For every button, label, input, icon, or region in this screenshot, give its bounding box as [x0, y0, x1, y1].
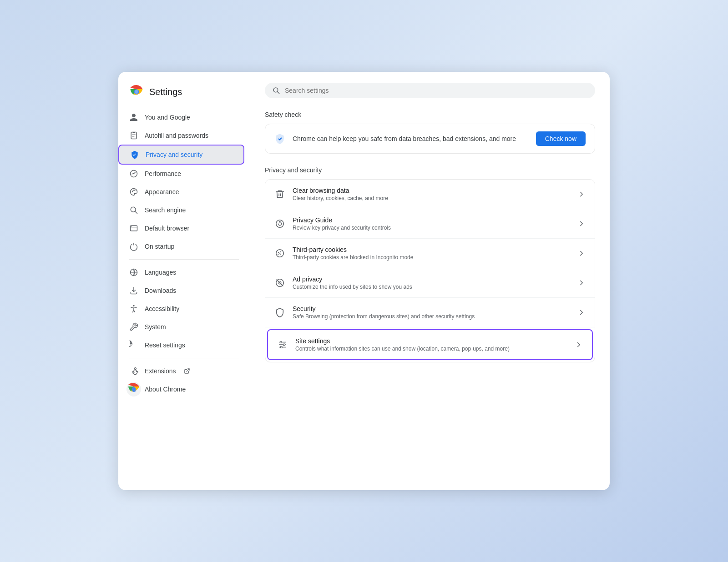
clear-browsing-data-subtitle: Clear history, cookies, cache, and more: [293, 195, 570, 201]
download-icon: [129, 286, 138, 295]
chevron-right-icon-3: [577, 279, 586, 287]
wrench-icon: [129, 322, 138, 331]
sidebar-nav-secondary: Languages Downloads Accessibility: [118, 263, 250, 354]
ad-privacy-item[interactable]: Ad privacy Customize the info used by si…: [265, 268, 595, 298]
svg-point-14: [133, 305, 134, 306]
sidebar-item-autofill[interactable]: Autofill and passwords: [118, 126, 246, 145]
sidebar-item-on-startup[interactable]: On startup: [118, 237, 246, 256]
about-chrome-icon: [129, 385, 138, 394]
third-party-cookies-title: Third-party cookies: [293, 246, 570, 253]
svg-rect-30: [280, 346, 282, 348]
circle-arrows-icon: [274, 218, 285, 229]
svg-point-9: [134, 190, 136, 191]
sidebar-label-you-and-google: You and Google: [145, 114, 190, 121]
svg-point-8: [133, 190, 134, 191]
search-icon: [272, 86, 280, 95]
svg-rect-4: [131, 132, 136, 139]
clear-browsing-data-item[interactable]: Clear browsing data Clear history, cooki…: [265, 180, 595, 209]
sidebar-item-search-engine[interactable]: Search engine: [118, 201, 246, 219]
svg-rect-28: [280, 341, 282, 343]
svg-point-7: [132, 191, 133, 192]
accessibility-icon: [129, 304, 138, 313]
svg-point-3: [135, 90, 138, 94]
clear-browsing-data-title: Clear browsing data: [293, 187, 570, 194]
svg-point-24: [280, 254, 281, 255]
chevron-right-icon-5: [575, 341, 583, 349]
sidebar-item-reset-settings[interactable]: Reset settings: [118, 336, 246, 354]
clipboard-icon: [129, 131, 138, 140]
privacy-guide-title: Privacy Guide: [293, 216, 570, 224]
sidebar-label-extensions: Extensions: [145, 367, 176, 375]
svg-point-22: [280, 251, 281, 252]
external-link-icon: [184, 368, 190, 374]
sidebar-header: Settings: [118, 81, 250, 108]
cookie-icon: [274, 248, 285, 259]
sidebar-label-privacy-security: Privacy and security: [146, 151, 202, 158]
safety-check-section-title: Safety check: [265, 111, 595, 118]
search-input[interactable]: [285, 87, 588, 94]
gauge-icon: [129, 169, 138, 178]
chevron-right-icon-0: [577, 190, 586, 198]
sidebar-label-reset-settings: Reset settings: [145, 341, 185, 349]
power-icon: [129, 242, 138, 251]
ad-privacy-title: Ad privacy: [293, 276, 570, 283]
site-settings-subtitle: Controls what information sites can use …: [295, 346, 567, 352]
browser-icon: [129, 224, 138, 233]
svg-point-21: [278, 252, 279, 253]
reset-icon: [129, 341, 138, 350]
person-icon: [129, 113, 138, 122]
sidebar-label-downloads: Downloads: [145, 287, 176, 294]
main-content: Safety check Chrome can help keep you sa…: [250, 72, 610, 490]
sidebar-item-accessibility[interactable]: Accessibility: [118, 300, 246, 318]
security-title: Security: [293, 305, 570, 312]
sidebar-item-extensions[interactable]: Extensions: [118, 362, 246, 380]
third-party-cookies-item[interactable]: Third-party cookies Third-party cookies …: [265, 239, 595, 268]
sidebar-item-appearance[interactable]: Appearance: [118, 183, 246, 201]
sidebar-item-performance[interactable]: Performance: [118, 165, 246, 183]
sidebar-label-about-chrome: About Chrome: [145, 386, 186, 393]
sidebar-label-accessibility: Accessibility: [145, 305, 179, 312]
sidebar-nav-tertiary: Extensions: [118, 362, 250, 398]
sidebar-item-system[interactable]: System: [118, 318, 246, 336]
security-shield-icon: [274, 307, 285, 318]
svg-point-23: [278, 254, 278, 255]
sidebar-label-default-browser: Default browser: [145, 225, 189, 232]
shield-icon: [130, 150, 139, 159]
ad-privacy-text: Ad privacy Customize the info used by si…: [293, 276, 570, 290]
privacy-security-section-title: Privacy and security: [265, 166, 595, 174]
sidebar-item-about-chrome[interactable]: About Chrome: [118, 380, 246, 398]
sidebar-item-downloads[interactable]: Downloads: [118, 281, 246, 300]
sidebar-item-privacy-security[interactable]: Privacy and security: [118, 145, 244, 165]
sidebar-item-you-and-google[interactable]: You and Google: [118, 108, 246, 126]
svg-point-12: [131, 226, 132, 227]
privacy-guide-subtitle: Review key privacy and security controls: [293, 225, 570, 231]
chevron-right-icon-4: [577, 308, 586, 316]
sidebar-label-autofill: Autofill and passwords: [145, 132, 208, 139]
safety-check-card: Chrome can help keep you safe from data …: [265, 124, 595, 154]
puzzle-icon: [129, 366, 138, 376]
sidebar-item-languages[interactable]: Languages: [118, 263, 246, 281]
privacy-guide-item[interactable]: Privacy Guide Review key privacy and sec…: [265, 209, 595, 239]
svg-point-17: [132, 387, 136, 391]
site-settings-title: Site settings: [295, 337, 567, 345]
chevron-right-icon-1: [577, 220, 586, 228]
search-bar[interactable]: [265, 83, 595, 98]
security-item[interactable]: Security Safe Browsing (protection from …: [265, 298, 595, 327]
site-settings-text: Site settings Controls what information …: [295, 337, 567, 352]
privacy-settings-list: Clear browsing data Clear history, cooki…: [265, 179, 595, 362]
sidebar-label-performance: Performance: [145, 170, 181, 177]
svg-rect-29: [283, 344, 285, 346]
search-nav-icon: [129, 206, 138, 215]
security-text: Security Safe Browsing (protection from …: [293, 305, 570, 320]
security-subtitle: Safe Browsing (protection from dangerous…: [293, 313, 570, 320]
check-now-button[interactable]: Check now: [536, 131, 586, 146]
settings-window: Settings You and Google Autofill and pas…: [118, 72, 610, 490]
sidebar: Settings You and Google Autofill and pas…: [118, 72, 250, 490]
sidebar-item-default-browser[interactable]: Default browser: [118, 219, 246, 237]
privacy-guide-text: Privacy Guide Review key privacy and sec…: [293, 216, 570, 231]
site-settings-item[interactable]: Site settings Controls what information …: [267, 329, 593, 360]
ad-privacy-icon: [274, 277, 285, 288]
app-title: Settings: [149, 87, 182, 97]
palette-icon: [129, 187, 138, 196]
ad-privacy-subtitle: Customize the info used by sites to show…: [293, 284, 570, 290]
